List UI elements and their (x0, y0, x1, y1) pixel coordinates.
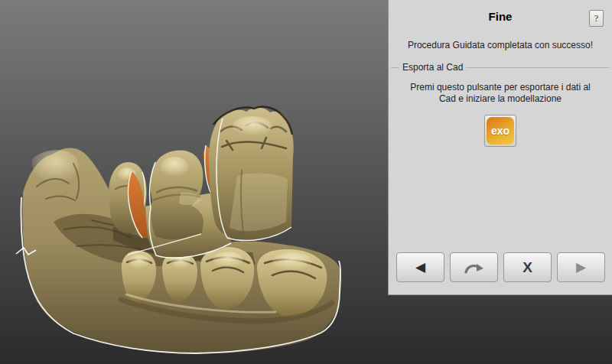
cancel-button[interactable]: X (503, 252, 552, 282)
export-instruction-line2: Cad e iniziare la modellazione (389, 93, 612, 105)
undo-button[interactable] (450, 252, 498, 282)
export-group-label: Esporta al Cad (399, 62, 466, 73)
undo-arrow-icon (464, 261, 485, 275)
exocad-logo-icon: exo (487, 117, 514, 145)
forward-arrow-icon: ▶ (576, 261, 586, 274)
back-arrow-icon: ◀ (415, 261, 425, 274)
export-instruction-line1: Premi questo pulsante per esportare i da… (389, 82, 612, 93)
export-groupbox: Esporta al Cad (391, 62, 610, 73)
wizard-nav: ◀ X ▶ (396, 252, 605, 282)
completion-message: Procedura Guidata completata con success… (389, 40, 612, 50)
forward-button[interactable]: ▶ (557, 252, 605, 282)
back-button[interactable]: ◀ (396, 252, 444, 282)
cancel-x-icon: X (522, 260, 532, 275)
lower-teeth (121, 247, 332, 321)
page-title: Fine (389, 0, 612, 23)
groupbox-line (391, 67, 399, 68)
groupbox-line (466, 67, 610, 68)
wizard-panel: Fine ? Procedura Guidata completata con … (388, 0, 612, 295)
export-button-area: exo (389, 115, 612, 147)
application-window: Fine ? Procedura Guidata completata con … (0, 0, 612, 364)
export-to-cad-button[interactable]: exo (484, 115, 516, 147)
export-instruction: Premi questo pulsante per esportare i da… (389, 82, 612, 105)
help-button[interactable]: ? (589, 10, 604, 27)
